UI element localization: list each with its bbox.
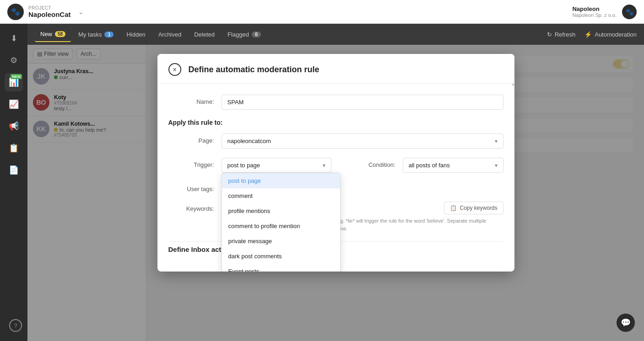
trigger-row: Trigger: post to page ▾ post to page bbox=[168, 158, 503, 173]
name-row: Name: bbox=[168, 95, 503, 110]
user-org: Napoleon Sp. z o.o. bbox=[572, 12, 617, 18]
modal-header: × Define automatic moderation rule bbox=[157, 54, 514, 84]
dropdown-item-post-to-page[interactable]: post to page bbox=[222, 173, 340, 188]
sidebar-item-settings[interactable]: ⚙ bbox=[5, 51, 23, 69]
dropdown-item-dark-post-comments[interactable]: dark post comments bbox=[222, 249, 340, 264]
tab-flagged-badge: 0 bbox=[252, 32, 261, 37]
top-bar-right: Napoleon Napoleon Sp. z o.o. 🐾 bbox=[572, 5, 637, 19]
modal-scrollbar[interactable] bbox=[512, 54, 514, 272]
tab-new-label: New bbox=[40, 31, 52, 37]
tab-flagged-label: Flagged bbox=[227, 31, 249, 38]
copy-icon: 📋 bbox=[450, 205, 457, 211]
logo-icon: 🐾 bbox=[11, 7, 20, 16]
inbox-icon: ⬇ bbox=[11, 33, 17, 43]
tab-hidden[interactable]: Hidden bbox=[121, 27, 151, 42]
dropdown-item-comment-to-profile-mention[interactable]: comment to profile mention bbox=[222, 218, 340, 234]
new-badge: NEW bbox=[11, 74, 22, 79]
apply-rule-label: Apply this rule to: bbox=[168, 119, 503, 126]
reports-icon: 📈 bbox=[9, 99, 19, 109]
tab-deleted[interactable]: Deleted bbox=[189, 27, 220, 42]
sidebar-item-tasks[interactable]: 📋 bbox=[5, 139, 23, 157]
keywords-label: Keywords: bbox=[168, 202, 214, 212]
page-field-wrapper: napoleoncatcom ▾ bbox=[222, 133, 503, 149]
chat-button[interactable]: 💬 bbox=[617, 314, 635, 332]
user-avatar[interactable]: 🐾 bbox=[622, 5, 637, 19]
refresh-button[interactable]: ↻ Refresh bbox=[547, 31, 576, 38]
project-name: NapoleonCat bbox=[28, 11, 71, 18]
tab-my-tasks[interactable]: My tasks 1 bbox=[73, 27, 119, 42]
refresh-label: Refresh bbox=[555, 31, 576, 38]
help-button[interactable]: ? bbox=[9, 319, 22, 332]
refresh-icon: ↻ bbox=[547, 31, 552, 38]
pages-icon: 📄 bbox=[9, 165, 19, 175]
trigger-dropdown: post to page comment profile mentions co… bbox=[222, 173, 341, 272]
automod-icon: ⚡ bbox=[584, 31, 592, 38]
name-input[interactable] bbox=[222, 95, 503, 110]
tab-flagged[interactable]: Flagged 0 bbox=[222, 27, 266, 42]
trigger-label: Trigger: bbox=[168, 158, 214, 168]
tab-archived-label: Archived bbox=[158, 31, 182, 38]
top-bar-left: 🐾 PROJECT NapoleonCat ⌄ bbox=[7, 4, 572, 20]
copy-keywords-label: Copy keywords bbox=[460, 205, 497, 211]
tab-archived[interactable]: Archived bbox=[153, 27, 187, 42]
top-bar: 🐾 PROJECT NapoleonCat ⌄ Napoleon Napoleo… bbox=[0, 0, 644, 24]
condition-chevron-icon: ▾ bbox=[495, 162, 498, 169]
settings-icon: ⚙ bbox=[10, 55, 17, 65]
project-info: PROJECT NapoleonCat bbox=[28, 5, 71, 18]
modal-body: Name: Apply this rule to: Page: bbox=[157, 84, 514, 272]
page-value: napoleoncatcom bbox=[227, 138, 271, 144]
publish-icon: 📢 bbox=[9, 121, 19, 131]
tab-new[interactable]: New 58 bbox=[35, 27, 71, 42]
page-select[interactable]: napoleoncatcom ▾ bbox=[222, 133, 503, 149]
chat-icon: 💬 bbox=[621, 318, 631, 328]
user-tags-label: User tags: bbox=[168, 182, 214, 192]
modal-overlay: × Define automatic moderation rule Name: bbox=[27, 45, 644, 341]
apply-rule-section: Apply this rule to: Page: napoleoncatcom… bbox=[168, 119, 503, 232]
app-layout: ⬇ ⚙ 📊 NEW 📈 📢 📋 📄 New 58 bbox=[0, 24, 644, 341]
trigger-value: post to page bbox=[227, 162, 260, 169]
tab-deleted-label: Deleted bbox=[194, 31, 215, 38]
app-logo: 🐾 bbox=[7, 4, 24, 20]
trigger-chevron-icon: ▾ bbox=[323, 162, 325, 169]
modal-define-rule: × Define automatic moderation rule Name: bbox=[157, 54, 514, 272]
trigger-wrapper: post to page ▾ post to page comment prof… bbox=[222, 158, 331, 173]
sidebar-item-inbox[interactable]: ⬇ bbox=[5, 29, 23, 48]
user-name: Napoleon bbox=[572, 5, 617, 12]
dropdown-item-event-posts[interactable]: Event posts bbox=[222, 264, 340, 272]
condition-wrapper: all posts of fans ▾ bbox=[403, 158, 503, 173]
copy-keywords-button[interactable]: 📋 Copy keywords bbox=[444, 202, 503, 214]
trigger-select[interactable]: post to page ▾ bbox=[222, 158, 331, 173]
condition-label: Condition: bbox=[350, 158, 395, 168]
main-content: New 58 My tasks 1 Hidden Archived Delete… bbox=[27, 24, 644, 341]
tab-new-badge: 58 bbox=[55, 31, 65, 37]
page-chevron-icon: ▾ bbox=[495, 138, 498, 144]
tab-my-tasks-badge: 1 bbox=[104, 32, 114, 37]
name-field-wrapper bbox=[222, 95, 503, 110]
content-area: ▤ Filter view Arch... JK Justyna Kras...… bbox=[27, 45, 644, 341]
tab-hidden-label: Hidden bbox=[126, 31, 145, 38]
tasks-icon: 📋 bbox=[9, 143, 19, 153]
dropdown-item-private-message[interactable]: private message bbox=[222, 234, 340, 249]
dropdown-item-comment[interactable]: comment bbox=[222, 188, 340, 203]
tab-my-tasks-label: My tasks bbox=[78, 31, 102, 38]
modal-close-button[interactable]: × bbox=[168, 63, 181, 76]
automoderation-button[interactable]: ⚡ Automoderation bbox=[584, 31, 637, 38]
project-chevron-icon[interactable]: ⌄ bbox=[78, 8, 84, 16]
help-icon: ? bbox=[14, 322, 17, 329]
name-label: Name: bbox=[168, 95, 214, 105]
dropdown-item-profile-mentions[interactable]: profile mentions bbox=[222, 203, 340, 218]
sidebar-item-publish[interactable]: 📢 bbox=[5, 117, 23, 135]
condition-value: all posts of fans bbox=[409, 162, 450, 169]
project-label: PROJECT bbox=[28, 5, 71, 11]
sidebar-item-reports[interactable]: 📈 bbox=[5, 95, 23, 113]
tab-bar: New 58 My tasks 1 Hidden Archived Delete… bbox=[27, 24, 644, 45]
modal-title: Define automatic moderation rule bbox=[189, 65, 319, 75]
page-label: Page: bbox=[168, 133, 214, 144]
condition-select[interactable]: all posts of fans ▾ bbox=[403, 158, 503, 173]
page-row: Page: napoleoncatcom ▾ bbox=[168, 133, 503, 149]
sidebar-item-pages[interactable]: 📄 bbox=[5, 161, 23, 179]
sidebar-item-analytics[interactable]: 📊 NEW bbox=[5, 73, 23, 91]
user-info: Napoleon Napoleon Sp. z o.o. bbox=[572, 5, 617, 18]
sidebar: ⬇ ⚙ 📊 NEW 📈 📢 📋 📄 bbox=[0, 24, 27, 341]
automod-label: Automoderation bbox=[595, 31, 637, 38]
